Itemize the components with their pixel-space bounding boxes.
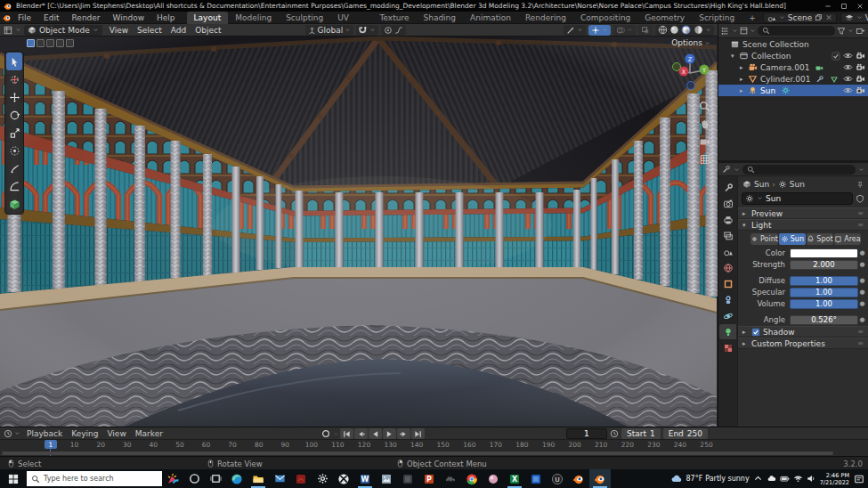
properties-tab-object[interactable]	[719, 276, 736, 291]
taskbar-app-chrome[interactable]	[461, 469, 483, 488]
disclosure-icon[interactable]: ▸	[740, 64, 746, 71]
tool-add-cube[interactable]	[6, 195, 22, 213]
timeline-menu-keying[interactable]: Keying	[67, 429, 102, 438]
eye-icon[interactable]	[843, 51, 853, 61]
outliner-search-input[interactable]	[758, 26, 835, 36]
properties-search-input[interactable]	[742, 165, 856, 175]
properties-tab-physics[interactable]	[719, 308, 736, 323]
gizmos-toggle[interactable]	[588, 25, 611, 36]
datablock-name-field[interactable]: Sun	[742, 192, 853, 205]
workspace-tab-uv-editing[interactable]: UV Editing	[330, 12, 372, 24]
taskbar-app-photos[interactable]	[376, 469, 397, 488]
rendered-shading-button[interactable]	[694, 25, 703, 35]
start-button[interactable]	[0, 469, 27, 488]
new-scene-icon[interactable]	[815, 13, 823, 21]
breadcrumb-object[interactable]: Sun	[754, 180, 769, 189]
previous-keyframe-button[interactable]	[354, 428, 368, 439]
minimize-button[interactable]	[820, 0, 836, 12]
editor-type-icon[interactable]	[4, 26, 12, 35]
orthographic-icon[interactable]	[699, 154, 710, 165]
taskbar-app-blue-app[interactable]	[525, 469, 547, 488]
outliner-row-sun[interactable]: ▸Sun	[718, 85, 868, 96]
jump-to-end-button[interactable]	[411, 428, 425, 439]
viewport-menu-add[interactable]: Add	[166, 26, 191, 35]
light-type-area[interactable]: Area	[834, 233, 861, 245]
properties-tab-scene[interactable]	[719, 244, 736, 259]
taskbar-app-powerpoint[interactable]: P	[418, 469, 440, 488]
start-frame-field[interactable]: Start 1	[621, 428, 661, 439]
new-collection-icon[interactable]	[856, 27, 865, 36]
close-button[interactable]	[852, 0, 868, 12]
taskbar-app-word[interactable]: W	[354, 469, 376, 488]
custom-properties-panel-header[interactable]: ▸Custom Properties≡	[738, 338, 868, 349]
color-input[interactable]	[790, 248, 858, 258]
navigation-gizmo[interactable]: Z X Y	[669, 51, 710, 94]
app-menu-icon[interactable]	[3, 13, 12, 22]
keyframe-dot-icon[interactable]: ●	[858, 277, 866, 284]
properties-tab-texture[interactable]	[719, 340, 736, 355]
timeline-scrollbar[interactable]	[2, 451, 833, 455]
editor-type-icon[interactable]	[722, 165, 731, 174]
collection-toggle[interactable]	[27, 39, 35, 47]
unlink-scene-icon[interactable]: ✕	[825, 13, 832, 22]
xray-toggle[interactable]	[638, 25, 653, 36]
shadow-checkbox[interactable]	[751, 328, 760, 337]
taskbar-app-file-explorer[interactable]	[247, 469, 269, 488]
fake-user-icon[interactable]	[856, 194, 864, 203]
workspace-tab-animation[interactable]: Animation	[463, 12, 518, 24]
shadow-panel-header[interactable]: ▸ Shadow≡	[738, 326, 868, 338]
keyframe-dot-icon[interactable]: ●	[858, 289, 866, 296]
eye-icon[interactable]	[843, 62, 853, 72]
playhead[interactable]: 1	[45, 440, 57, 449]
end-frame-field[interactable]: End 250	[663, 428, 708, 439]
properties-tab-tool[interactable]	[719, 180, 736, 195]
celebration-button[interactable]	[162, 469, 183, 488]
taskbar-app-vehicle-app[interactable]	[440, 469, 461, 488]
breadcrumb-data[interactable]: Sun	[790, 180, 805, 189]
keyframe-dot-icon[interactable]: ●	[858, 316, 866, 323]
maximize-button[interactable]	[836, 0, 852, 12]
pan-hand-icon[interactable]	[699, 118, 710, 130]
weather-widget[interactable]: 87°F Partly sunny	[670, 473, 749, 485]
tool-transform[interactable]	[6, 142, 22, 159]
viewport-menu-object[interactable]: Object	[191, 26, 225, 35]
play-reverse-button[interactable]	[369, 428, 382, 439]
eye-icon[interactable]	[843, 85, 853, 95]
properties-tab-world[interactable]	[719, 260, 736, 275]
tray-expand-icon[interactable]	[753, 474, 763, 484]
taskbar-app-settings[interactable]	[312, 469, 333, 488]
tool-scale[interactable]	[6, 124, 22, 142]
taskbar-app-paint-3d[interactable]	[483, 469, 504, 488]
keyframe-dot-icon[interactable]: ●	[858, 300, 866, 307]
tool-move[interactable]	[6, 88, 22, 106]
menu-file[interactable]: File	[12, 12, 37, 24]
workspace-tab-sculpting[interactable]: Sculpting	[279, 12, 330, 24]
taskbar-app-edge[interactable]	[226, 469, 247, 488]
keyframe-dot-icon[interactable]: ●	[858, 249, 866, 256]
onedrive-icon[interactable]	[767, 474, 776, 484]
editor-type-icon[interactable]	[721, 27, 730, 36]
tool-cursor[interactable]	[6, 70, 22, 88]
volume-icon[interactable]	[807, 474, 816, 484]
workspace-tab-compositing[interactable]: Compositing	[573, 12, 637, 24]
options-button[interactable]: Options	[671, 38, 710, 47]
tool-annotate[interactable]	[6, 159, 22, 177]
battery-icon[interactable]	[780, 474, 790, 484]
taskbar-app-mail[interactable]	[269, 469, 290, 488]
eye-icon[interactable]	[843, 74, 853, 84]
tool-measure[interactable]	[6, 177, 22, 195]
overlays-toggle[interactable]	[613, 25, 636, 36]
play-button[interactable]	[383, 428, 396, 439]
taskbar-search-input[interactable]: Type here to search	[27, 471, 162, 486]
volume-input[interactable]: 1.00	[790, 299, 858, 309]
3d-viewport[interactable]: Options Z X Y	[0, 37, 718, 427]
camera-toggle-icon[interactable]	[856, 62, 865, 72]
taskbar-app-red-app[interactable]	[290, 469, 312, 488]
notification-icon[interactable]	[853, 474, 865, 484]
disclosure-icon[interactable]: ▸	[740, 87, 746, 94]
checkbox-icon[interactable]	[831, 52, 840, 61]
workspace-tab-shading[interactable]: Shading	[416, 12, 463, 24]
task-view-button[interactable]	[205, 469, 226, 488]
scene-selector[interactable]: Scene ✕	[763, 12, 837, 23]
properties-tab-view-layer[interactable]	[719, 228, 736, 243]
